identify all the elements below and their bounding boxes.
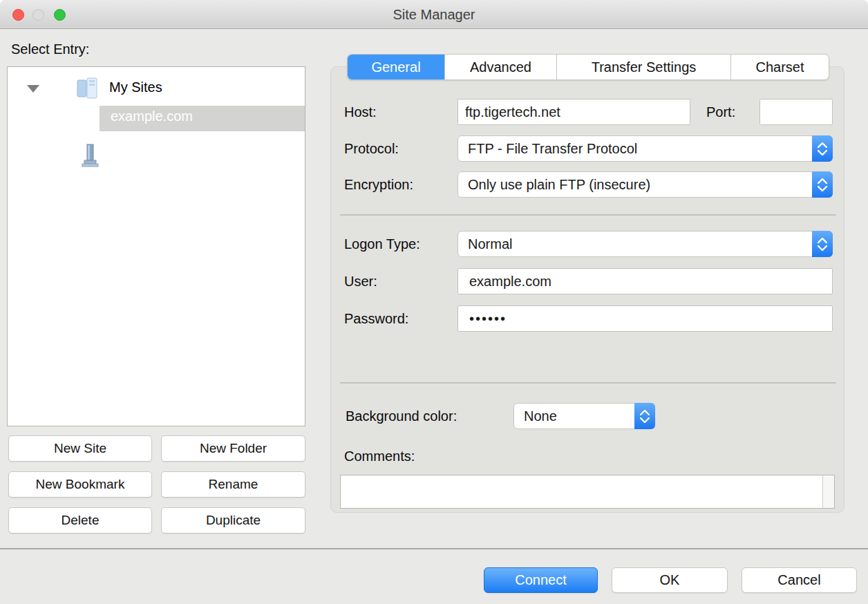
cancel-button[interactable]: Cancel <box>742 567 857 593</box>
encryption-value: Only use plain FTP (insecure) <box>468 177 650 193</box>
encryption-select[interactable]: Only use plain FTP (insecure) <box>457 171 833 198</box>
ok-button[interactable]: OK <box>612 567 728 593</box>
select-entry-label: Select Entry: <box>11 41 89 57</box>
delete-button[interactable]: Delete <box>8 507 152 534</box>
background-color-value: None <box>524 408 557 424</box>
comments-scrollbar[interactable] <box>822 475 834 508</box>
titlebar: Site Manager <box>0 0 868 29</box>
tab-general[interactable]: General <box>348 55 445 79</box>
close-icon[interactable] <box>12 9 24 21</box>
minimize-icon[interactable] <box>32 9 44 21</box>
host-input[interactable] <box>457 99 690 125</box>
duplicate-button[interactable]: Duplicate <box>161 507 305 534</box>
comments-label: Comments: <box>344 449 415 464</box>
host-label: Host: <box>344 104 377 120</box>
background-color-label: Background color: <box>346 408 457 424</box>
footer-separator <box>0 548 868 549</box>
sites-folder-icon <box>73 77 102 104</box>
window-title: Site Manager <box>0 0 868 29</box>
protocol-label: Protocol: <box>344 141 399 157</box>
password-label: Password: <box>344 311 408 327</box>
comments-textarea[interactable] <box>341 475 822 508</box>
background-color-select[interactable]: None <box>513 403 655 429</box>
tab-advanced[interactable]: Advanced <box>445 55 557 79</box>
tab-charset[interactable]: Charset <box>731 55 829 79</box>
new-site-button[interactable]: New Site <box>8 435 152 462</box>
protocol-select[interactable]: FTP - File Transfer Protocol <box>457 135 833 162</box>
tree-item-label: My Sites <box>109 79 162 95</box>
site-tree[interactable]: My Sites example.com <box>7 66 305 426</box>
tree-item-my-sites[interactable]: My Sites <box>8 75 305 103</box>
logon-type-label: Logon Type: <box>344 236 420 252</box>
comments-field[interactable] <box>340 475 835 509</box>
connect-button[interactable]: Connect <box>484 567 598 593</box>
logon-type-select[interactable]: Normal <box>457 231 833 257</box>
rename-button[interactable]: Rename <box>161 471 305 498</box>
tree-item-example-com[interactable]: example.com <box>8 104 305 132</box>
stepper-icon <box>812 135 833 162</box>
server-icon <box>79 143 102 171</box>
user-input[interactable] <box>457 268 833 294</box>
protocol-value: FTP - File Transfer Protocol <box>468 141 637 157</box>
user-label: User: <box>344 274 377 290</box>
chevron-down-icon[interactable] <box>27 85 39 93</box>
site-manager-dialog: Site Manager Select Entry: My Sites <box>0 0 868 604</box>
new-folder-button[interactable]: New Folder <box>161 435 305 462</box>
stepper-icon <box>634 403 655 429</box>
separator <box>340 214 836 216</box>
port-label: Port: <box>706 104 735 120</box>
password-input[interactable] <box>457 305 833 332</box>
port-input[interactable] <box>760 99 833 125</box>
stepper-icon <box>812 171 833 198</box>
separator <box>340 382 836 384</box>
tree-item-label: example.com <box>111 108 193 124</box>
tab-bar: General Advanced Transfer Settings Chars… <box>347 54 829 80</box>
new-bookmark-button[interactable]: New Bookmark <box>8 471 152 498</box>
logon-type-value: Normal <box>468 236 512 252</box>
zoom-icon[interactable] <box>54 9 66 21</box>
tab-transfer-settings[interactable]: Transfer Settings <box>557 55 731 79</box>
encryption-label: Encryption: <box>344 177 413 193</box>
stepper-icon <box>812 231 833 257</box>
